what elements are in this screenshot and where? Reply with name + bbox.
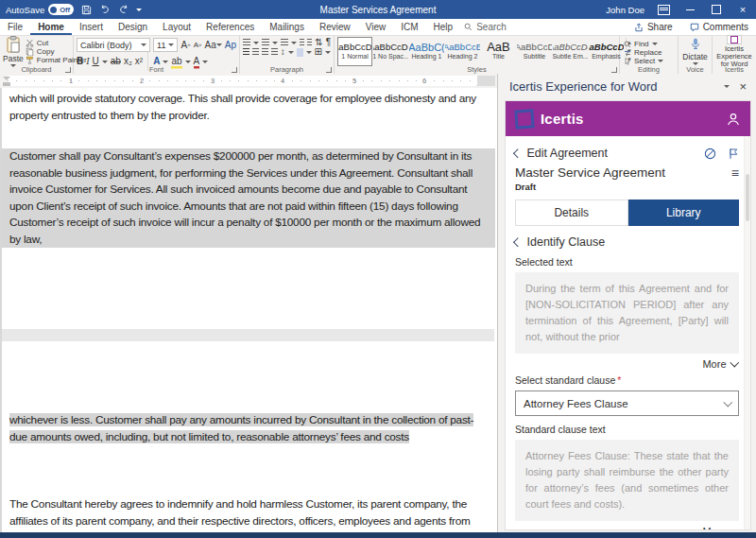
font-color-dropdown-icon[interactable] [202,61,208,63]
style-chip-emphasis[interactable]: AaBbCcDdEmphasis [589,37,624,66]
standard-clause-select[interactable]: Attorney Fees Clause [515,390,739,416]
quick-access-dropdown-icon[interactable] [136,9,142,11]
replace-button[interactable]: Replace [624,48,674,57]
panel-close-icon[interactable]: × [739,79,747,94]
shading-icon[interactable] [297,48,303,57]
align-left-icon[interactable] [243,48,249,57]
font-size-combo[interactable]: 11 [153,38,178,52]
more-standard-text[interactable]: More [515,525,737,529]
tab-layout[interactable]: Layout [155,19,198,35]
font-dialog-launcher-icon[interactable] [232,67,237,73]
ruler-number: 2 [140,77,144,85]
tab-details[interactable]: Details [515,200,628,226]
doc-paragraph-4[interactable]: The Consultant hereby agrees to indemnif… [2,496,495,532]
style-chip-heading1[interactable]: AaBbC(Heading 1 [409,37,444,66]
menu-icon[interactable]: ≡ [731,166,739,180]
user-name[interactable]: John Doe [606,5,644,15]
style-chip-subtle-emphasis[interactable]: AaBbCcDdSubtle Em... [553,37,588,66]
panel-options-icon[interactable] [724,85,730,88]
tab-design[interactable]: Design [111,19,155,35]
align-center-icon[interactable] [252,48,259,57]
paragraph-mark-icon[interactable]: ¶ [326,38,331,47]
tab-home[interactable]: Home [30,19,72,35]
ruler-ticks [8,80,486,81]
style-chip-subtitle[interactable]: AaBbCcDSubtitle [517,37,552,66]
tab-references[interactable]: References [198,19,262,35]
underline-dropdown-icon[interactable] [102,61,108,63]
text-effects-dropdown-icon[interactable] [163,61,168,63]
ribbon-group-font: Calibri (Body) 11 A˄ A˅ Aa Ap B I U ab x… [74,36,240,75]
share-button[interactable]: Share [627,22,680,32]
brand-bar: Icertis [506,101,750,136]
styles-group-label: Styles [335,65,619,74]
align-right-icon[interactable] [262,48,268,57]
ribbon-group-paragraph: ⇅ ¶ ↕ ⊞ Paragraph [240,36,335,75]
window-bottom-edge [0,532,756,538]
dictate-button[interactable]: Dictate [681,38,709,64]
decrease-indent-icon[interactable] [300,39,304,47]
paragraph-dialog-launcher-icon[interactable] [326,67,332,73]
icertis-experience-button[interactable]: Icertis Experience for Word [715,38,753,64]
autosave-toggle[interactable]: AutoSave Off [6,4,74,15]
tab-help[interactable]: Help [426,19,461,35]
user-profile-icon[interactable] [726,112,741,127]
paste-button[interactable]: Paste [3,38,24,64]
comments-button[interactable]: Comments [682,22,756,32]
ribbon-group-styles: AaBbCcDd1 Normal AaBbCcDd1 No Spac... Aa… [335,36,620,75]
history-icon[interactable] [704,148,716,160]
justify-icon[interactable] [271,48,278,57]
first-line-indent-marker[interactable] [3,77,10,80]
doc-paragraph-1[interactable]: which will provide statutory coverage. T… [2,91,495,124]
tab-review[interactable]: Review [312,19,358,35]
tab-library[interactable]: Library [628,200,740,226]
line-spacing-icon[interactable]: ↕ [281,47,285,57]
increase-indent-icon[interactable] [307,39,312,47]
document-canvas[interactable]: which will provide statutory coverage. T… [0,88,497,532]
doc-selected-blank-line[interactable] [2,329,494,341]
doc-paragraph-3-selected[interactable]: whichever is less. Customer shall pay an… [2,412,495,445]
change-case-icon[interactable]: Aa [205,41,222,50]
minimize-icon[interactable] [682,2,697,17]
style-chip-normal[interactable]: AaBbCcDd1 Normal [337,37,372,66]
save-icon[interactable] [79,3,93,16]
tab-mailings[interactable]: Mailings [262,19,312,35]
tab-file[interactable]: File [0,19,30,35]
left-indent-marker[interactable] [3,82,10,86]
identify-clause-label[interactable]: Identify Clause [527,235,606,249]
redo-icon[interactable] [117,3,130,16]
search-input[interactable]: Search [464,22,507,32]
panel-scrollbar[interactable] [744,136,750,529]
phonetic-guide-icon[interactable]: Ap [225,41,236,50]
style-chip-title[interactable]: AaBTitle [481,37,516,66]
more-selected-text[interactable]: More [515,357,737,371]
panel-tabs: Details Library [515,200,739,226]
styles-dialog-launcher-icon[interactable] [611,67,617,73]
highlight-dropdown-icon[interactable] [185,61,191,63]
edit-agreement-label[interactable]: Edit Agreement [527,147,608,160]
select-button[interactable]: Select [624,57,674,65]
borders-icon[interactable]: ⊞ [315,47,322,57]
shrink-font-icon[interactable]: A˅ [194,42,202,49]
style-chip-no-spacing[interactable]: AaBbCcDd1 No Spac... [373,37,408,66]
tab-view[interactable]: View [358,19,394,35]
ribbon: Paste Cut Copy Format Painter Clipboard [0,36,756,76]
grow-font-icon[interactable]: A˄ [180,41,190,50]
doc-paragraph-2-selected[interactable]: Customer shall pay Consultant’s expenses… [2,148,495,248]
find-button[interactable]: Find [624,40,674,48]
tab-insert[interactable]: Insert [72,19,111,35]
style-chip-heading2[interactable]: AaBbCcEHeading 2 [445,37,480,66]
select-standard-clause-label: Select standard clause* [515,374,739,386]
maximize-icon[interactable] [709,2,724,17]
ribbon-display-options-icon[interactable] [656,2,671,17]
clipboard-dialog-launcher-icon[interactable] [65,67,71,73]
editing-group-label: Editing [620,65,678,74]
close-window-icon[interactable]: × [735,2,750,17]
undo-icon[interactable] [98,3,112,16]
flag-icon[interactable] [728,148,739,160]
font-family-combo[interactable]: Calibri (Body) [77,38,150,52]
back-icon[interactable] [514,148,523,157]
bullets-icon[interactable] [243,39,250,47]
tab-icm[interactable]: ICM [393,19,425,35]
back-icon[interactable] [514,237,523,246]
numbering-icon[interactable] [262,39,269,47]
